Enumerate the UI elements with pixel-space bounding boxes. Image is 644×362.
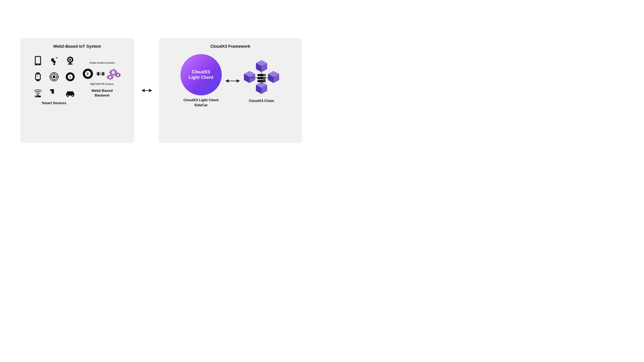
svg-point-69 <box>264 74 265 76</box>
svg-rect-1 <box>36 57 40 64</box>
router-icon <box>31 86 44 100</box>
backend-device-icon: 2 <box>81 67 94 80</box>
svg-point-28 <box>36 96 36 97</box>
car-icon <box>64 86 77 100</box>
svg-rect-11 <box>68 64 72 64</box>
svg-rect-72 <box>263 80 266 82</box>
backend-connection: Chain Actions Events 2 <box>81 62 123 98</box>
cube-right <box>268 70 280 85</box>
left-panel-title: Web2-Based IoT System <box>27 44 127 49</box>
svg-rect-31 <box>50 91 52 94</box>
cube-left <box>244 70 256 85</box>
svg-point-43 <box>112 71 115 74</box>
device-grid: 2 <box>31 54 77 100</box>
right-arrow <box>225 79 240 83</box>
cloudx3-circle-text: CloudX3 Light Client <box>189 69 214 80</box>
webcam-icon <box>64 54 77 67</box>
svg-rect-13 <box>36 80 40 81</box>
mqtt-label: MQTT|HTTP Actions <box>90 82 114 86</box>
cloudx3-chain-label: CloudX3 Chain <box>249 99 274 103</box>
smart-devices-label: Smart Devices <box>42 101 66 105</box>
svg-point-45 <box>109 76 111 78</box>
gear-device-icon: 2 <box>64 70 77 83</box>
bidirectional-arrow <box>96 72 105 76</box>
chain-actions-label: Chain Actions Events <box>90 62 114 64</box>
svg-point-44 <box>117 74 119 76</box>
inter-panel-arrow <box>138 88 154 93</box>
sidecar-label: CloudX3 Light Client SideCar <box>184 98 218 108</box>
smartwatch-icon <box>31 70 44 83</box>
target-icon <box>48 70 61 83</box>
cloudx3-circle: CloudX3 Light Client <box>180 54 222 96</box>
svg-point-37 <box>72 95 73 96</box>
cloudx3-circle-section: CloudX3 Light Client CloudX3 Light Clien… <box>180 54 222 108</box>
cube-top <box>256 60 268 74</box>
blockchain-diamond <box>243 59 280 96</box>
svg-point-9 <box>69 59 71 61</box>
svg-rect-32 <box>52 89 53 90</box>
svg-rect-12 <box>36 72 40 74</box>
right-panel: CloudX3 Framework CloudX3 Light Client C… <box>159 38 302 143</box>
svg-text:2: 2 <box>86 72 88 76</box>
gears-cluster <box>106 65 123 82</box>
smartphone-icon <box>31 54 44 67</box>
arrow-gears-row: 2 <box>81 65 123 82</box>
svg-point-29 <box>37 96 38 97</box>
svg-point-36 <box>67 95 68 96</box>
svg-point-18 <box>52 76 56 78</box>
right-panel-sections: CloudX3 Light Client CloudX3 Light Clien… <box>166 54 295 108</box>
cloudx3-chain-section: CloudX3 Chain <box>243 59 280 103</box>
printer-icon <box>48 86 61 100</box>
svg-text:2: 2 <box>69 75 70 78</box>
cube-bottom <box>256 82 268 96</box>
left-panel: Web2-Based IoT System <box>20 38 134 143</box>
svg-point-70 <box>264 78 265 79</box>
right-panel-title: CloudX3 Framework <box>166 44 295 49</box>
server-icon <box>257 73 266 82</box>
svg-rect-15 <box>36 74 40 79</box>
svg-point-6 <box>53 62 54 64</box>
svg-point-26 <box>37 94 38 96</box>
svg-point-2 <box>37 64 38 65</box>
robot-arm-icon <box>48 54 61 67</box>
left-panel-content-row: 2 <box>27 54 127 105</box>
main-container: Web2-Based IoT System <box>20 38 302 143</box>
smart-devices-section: 2 <box>31 54 77 105</box>
web2-backend-label: Web2-BasedBackend <box>92 88 113 98</box>
